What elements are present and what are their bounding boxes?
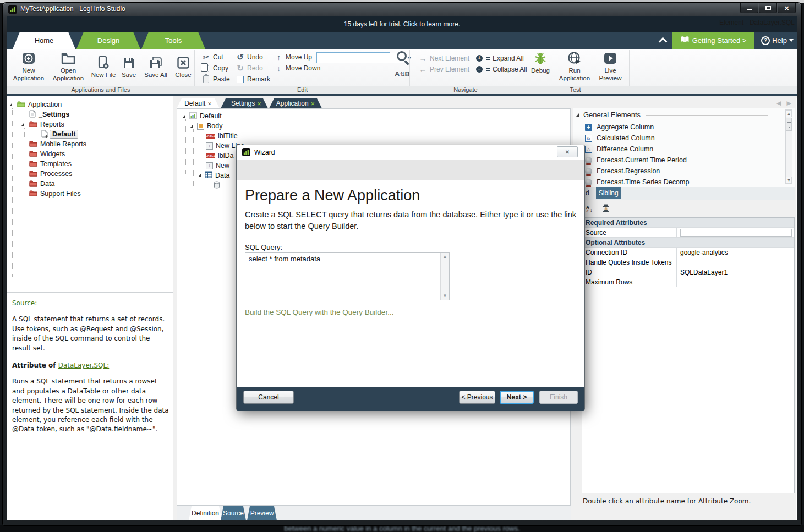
finish-button[interactable]: Finish bbox=[539, 391, 578, 404]
element-datalayer[interactable] bbox=[214, 180, 220, 190]
move-down-button[interactable]: Move Down bbox=[275, 63, 320, 73]
next-button[interactable]: Next > bbox=[500, 391, 534, 404]
scrollbar-thumb[interactable] bbox=[786, 118, 792, 131]
cancel-button[interactable]: Cancel bbox=[243, 391, 294, 404]
tab-scroll-right-icon[interactable]: ▶ bbox=[786, 100, 791, 107]
doc-tab-settings[interactable]: _Settings✕ bbox=[221, 98, 268, 108]
trial-banner[interactable]: 15 days left for trial. Click to learn m… bbox=[7, 16, 797, 32]
tree-item-support-files[interactable]: Support Files bbox=[29, 189, 81, 199]
minimize-button[interactable] bbox=[740, 3, 758, 13]
source-value-input[interactable] bbox=[680, 229, 792, 237]
expanded-arrow-icon[interactable] bbox=[190, 124, 193, 128]
tab-home[interactable]: Home bbox=[13, 32, 75, 49]
title-bar[interactable]: MyTestApplication - Logi Info Studio bbox=[3, 3, 801, 16]
scroll-up-icon[interactable]: ▲ bbox=[441, 253, 449, 261]
tree-item-templates[interactable]: Templates bbox=[29, 159, 72, 169]
redo-button[interactable]: Redo bbox=[236, 63, 263, 73]
tree-item-default-report[interactable]: Default bbox=[41, 129, 78, 139]
toolbox-item-calculated-column[interactable]: Calculated Column bbox=[585, 133, 655, 144]
expanded-arrow-icon[interactable] bbox=[9, 103, 12, 106]
view-tab-preview[interactable]: Preview bbox=[247, 506, 277, 520]
prev-element-button[interactable]: Prev Element bbox=[419, 64, 469, 74]
debug-button[interactable]: Debug bbox=[527, 50, 554, 85]
find-replace-icon[interactable]: A⇅B bbox=[395, 70, 410, 78]
help-button[interactable]: ? Help bbox=[757, 32, 797, 49]
tab-design[interactable]: Design bbox=[76, 32, 140, 49]
sql-query-input[interactable]: select * from metadata ▲ ▼ bbox=[245, 252, 450, 300]
element-datatable[interactable]: Data bbox=[198, 171, 229, 180]
wizard-close-button[interactable] bbox=[557, 146, 578, 157]
toolbox-header[interactable]: General Elements bbox=[576, 111, 641, 119]
tab-scroll-left-icon[interactable]: ◀ bbox=[776, 100, 781, 107]
close-button[interactable] bbox=[778, 3, 796, 13]
expanded-arrow-icon[interactable] bbox=[183, 114, 185, 118]
tab-close-icon[interactable]: ✕ bbox=[311, 101, 315, 107]
search-icon[interactable] bbox=[397, 51, 407, 61]
tab-tools[interactable]: Tools bbox=[141, 32, 205, 49]
search-input[interactable] bbox=[317, 53, 407, 63]
toolbox-item-forecast-current[interactable]: Forecast.Current Time Period bbox=[585, 155, 687, 166]
element-lblda[interactable]: lblDa bbox=[206, 151, 234, 161]
tree-item-reports[interactable]: Reports bbox=[21, 119, 64, 129]
view-tab-source[interactable]: Source bbox=[221, 506, 246, 520]
tree-item-widgets[interactable]: Widgets bbox=[29, 149, 65, 159]
live-preview-button[interactable]: Live Preview bbox=[595, 50, 626, 85]
wizard-title-bar[interactable]: Wizard bbox=[237, 145, 584, 160]
sort-az-icon[interactable]: AZ↓ bbox=[586, 206, 593, 213]
expanded-arrow-icon[interactable] bbox=[21, 123, 24, 126]
attribute-spy-icon[interactable] bbox=[601, 204, 610, 215]
open-application-button[interactable]: Open Application bbox=[48, 50, 89, 85]
tree-item-mobile-reports[interactable]: Mobile Reports bbox=[29, 139, 86, 149]
tree-item-settings[interactable]: _Settings bbox=[29, 109, 69, 119]
tab-close-icon[interactable]: ✕ bbox=[257, 101, 261, 107]
tree-item-data[interactable]: Data bbox=[29, 179, 54, 189]
scroll-up-icon[interactable]: ▲ bbox=[786, 110, 792, 117]
attribute-row-source[interactable]: Source bbox=[582, 228, 794, 238]
toolbox-item-difference-column[interactable]: Difference Column bbox=[585, 144, 653, 155]
attribute-row-connection-id[interactable]: Connection ID google-analytics bbox=[582, 248, 794, 257]
tree-item-application[interactable]: Application bbox=[9, 100, 62, 109]
element-body[interactable]: Body bbox=[190, 121, 223, 131]
copy-button[interactable]: Copy bbox=[202, 63, 228, 73]
collapse-all-button[interactable]: − Collapse All bbox=[476, 64, 527, 74]
run-application-button[interactable]: Run Application bbox=[556, 50, 593, 85]
scroll-down-icon[interactable]: ▼ bbox=[441, 292, 449, 300]
datalayer-sql-link[interactable]: DataLayer.SQL: bbox=[58, 361, 110, 369]
collapse-ribbon-icon[interactable] bbox=[660, 37, 666, 42]
tree-item-processes[interactable]: Processes bbox=[29, 169, 72, 179]
undo-button[interactable]: Undo bbox=[236, 52, 263, 62]
move-up-button[interactable]: Move Up bbox=[275, 52, 312, 62]
query-builder-link[interactable]: Build the SQL Query with the Query Build… bbox=[245, 308, 393, 316]
close-file-button[interactable]: Close bbox=[172, 50, 194, 85]
toolbox-item-forecast-decomp[interactable]: Forecast.Time Series Decomp bbox=[585, 177, 689, 188]
element-default[interactable]: Default bbox=[183, 111, 222, 121]
next-element-button[interactable]: Next Element bbox=[419, 53, 469, 63]
paste-button[interactable]: Paste bbox=[202, 74, 230, 84]
getting-started-button[interactable]: Getting Started > bbox=[672, 32, 754, 49]
partial-child-button[interactable]: d bbox=[586, 189, 589, 197]
view-tab-definition[interactable]: Definition bbox=[189, 506, 222, 520]
sql-scrollbar[interactable]: ▲ ▼ bbox=[440, 253, 449, 300]
doc-tab-application[interactable]: Application✕ bbox=[269, 98, 322, 108]
toolbox-item-aggregate-column[interactable]: Aggregate Column bbox=[585, 122, 654, 133]
maximize-button[interactable] bbox=[759, 3, 777, 13]
sibling-button[interactable]: Sibling bbox=[596, 187, 621, 199]
doc-tab-default[interactable]: Default✕ bbox=[177, 98, 220, 108]
element-lbltitle[interactable]: lblTitle bbox=[206, 131, 238, 141]
new-file-button[interactable]: New File bbox=[90, 50, 117, 85]
attribute-row-maximum-rows[interactable]: Maximum Rows bbox=[582, 277, 794, 287]
save-button[interactable]: Save bbox=[118, 50, 139, 85]
toolbox-item-forecast-regression[interactable]: Forecast.Regression bbox=[585, 166, 660, 177]
tab-close-icon[interactable]: ✕ bbox=[207, 101, 212, 107]
scroll-down-icon[interactable]: ▼ bbox=[786, 177, 792, 184]
attribute-row-id[interactable]: ID SQLDataLayer1 bbox=[582, 267, 794, 277]
element-new-line-2[interactable]: New bbox=[206, 161, 229, 171]
save-all-button[interactable]: Save All bbox=[140, 50, 171, 85]
previous-button[interactable]: < Previous bbox=[459, 391, 495, 404]
new-application-button[interactable]: New Application bbox=[10, 50, 47, 85]
expand-all-button[interactable]: + Expand All bbox=[476, 53, 524, 63]
expanded-arrow-icon[interactable] bbox=[198, 174, 201, 177]
attribute-row-handle-quotes[interactable]: Handle Quotes Inside Tokens bbox=[582, 257, 794, 267]
toolbox-scrollbar[interactable]: ▲ ▼ bbox=[785, 109, 792, 184]
remark-button[interactable]: Remark bbox=[236, 74, 270, 84]
